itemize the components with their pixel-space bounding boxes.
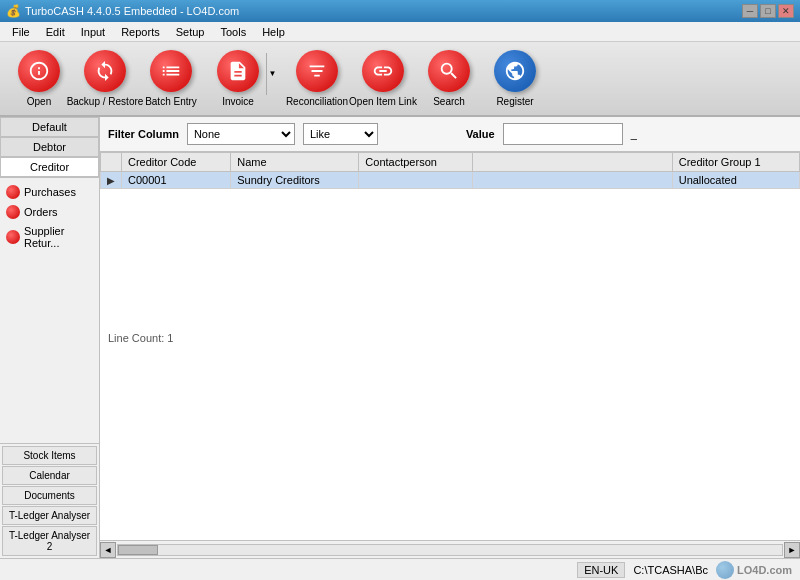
filter-value-input[interactable] xyxy=(503,123,623,145)
purchases-icon xyxy=(6,185,20,199)
line-count-label-area: Line Count: 1 xyxy=(108,332,173,344)
creditor-group-cell: Unallocated xyxy=(672,172,799,189)
menu-file[interactable]: File xyxy=(4,24,38,40)
close-button[interactable]: ✕ xyxy=(778,4,794,18)
maximize-button[interactable]: □ xyxy=(760,4,776,18)
invoice-label: Invoice xyxy=(222,96,254,107)
watermark-text: LO4D.com xyxy=(737,564,792,576)
sidebar-item-supplier-returns[interactable]: Supplier Retur... xyxy=(0,222,99,252)
calendar-button[interactable]: Calendar xyxy=(2,466,97,485)
app-icon: 💰 xyxy=(6,4,21,18)
register-icon xyxy=(494,50,536,92)
status-path: C:\TCASHA\Bc xyxy=(633,564,708,576)
col-creditor-code[interactable]: Creditor Code xyxy=(122,153,231,172)
open-item-link-button[interactable]: Open Item Link xyxy=(352,46,414,111)
sidebar-item-orders[interactable]: Orders xyxy=(0,202,99,222)
filter-value-label: Value xyxy=(466,128,495,140)
col-name[interactable]: Name xyxy=(231,153,359,172)
creditor-extra-cell xyxy=(472,172,672,189)
reconciliation-label: Reconciliation xyxy=(286,96,348,107)
title-bar-controls[interactable]: ─ □ ✕ xyxy=(742,4,794,18)
filter-bar: Filter Column NoneCreditor CodeNameConta… xyxy=(100,117,800,152)
register-label: Register xyxy=(496,96,533,107)
creditor-name-cell: Sundry Creditors xyxy=(231,172,359,189)
row-arrow: ▶ xyxy=(101,172,122,189)
invoice-icon xyxy=(217,50,259,92)
menu-reports[interactable]: Reports xyxy=(113,24,168,40)
tab-default[interactable]: Default xyxy=(0,117,99,137)
invoice-dropdown[interactable]: ▼ xyxy=(266,53,278,95)
col-extra xyxy=(472,153,672,172)
search-icon xyxy=(428,50,470,92)
open-item-link-icon xyxy=(362,50,404,92)
purchases-label: Purchases xyxy=(24,186,76,198)
t-ledger-analyser-button[interactable]: T-Ledger Analyser xyxy=(2,506,97,525)
minimize-button[interactable]: ─ xyxy=(742,4,758,18)
col-arrow xyxy=(101,153,122,172)
supplier-returns-label: Supplier Retur... xyxy=(24,225,93,249)
status-bar: EN-UK C:\TCASHA\Bc LO4D.com xyxy=(0,558,800,580)
stock-items-button[interactable]: Stock Items xyxy=(2,446,97,465)
status-locale: EN-UK xyxy=(577,562,625,578)
open-icon xyxy=(18,50,60,92)
col-contactperson[interactable]: Contactperson xyxy=(359,153,472,172)
open-item-link-label: Open Item Link xyxy=(349,96,417,107)
title-text: TurboCASH 4.4.0.5 Embedded - LO4D.com xyxy=(25,5,239,17)
menu-tools[interactable]: Tools xyxy=(212,24,254,40)
documents-button[interactable]: Documents xyxy=(2,486,97,505)
backup-restore-button[interactable]: Backup / Restore xyxy=(74,46,136,111)
scroll-thumb[interactable] xyxy=(118,545,158,555)
backup-restore-label: Backup / Restore xyxy=(67,96,144,107)
title-bar: 💰 TurboCASH 4.4.0.5 Embedded - LO4D.com … xyxy=(0,0,800,22)
batch-entry-icon xyxy=(150,50,192,92)
menu-edit[interactable]: Edit xyxy=(38,24,73,40)
sidebar-tabs: Default Debtor Creditor xyxy=(0,117,99,178)
filter-column-select[interactable]: NoneCreditor CodeNameContactpersonCredit… xyxy=(187,123,295,145)
table-wrap: Creditor Code Name Contactperson Credito… xyxy=(100,152,800,540)
filter-operator-select[interactable]: Like Equal Not Equal xyxy=(303,123,378,145)
reconciliation-icon xyxy=(296,50,338,92)
scroll-right-button[interactable]: ► xyxy=(784,542,800,558)
sidebar-nav: Purchases Orders Supplier Retur... xyxy=(0,178,99,443)
watermark-globe-icon xyxy=(716,561,734,579)
orders-label: Orders xyxy=(24,206,58,218)
creditor-table: Creditor Code Name Contactperson Credito… xyxy=(100,152,800,189)
sidebar-item-purchases[interactable]: Purchases xyxy=(0,182,99,202)
reconciliation-button[interactable]: Reconciliation xyxy=(286,46,348,111)
col-creditor-group[interactable]: Creditor Group 1 xyxy=(672,153,799,172)
filter-column-label: Filter Column xyxy=(108,128,179,140)
menu-setup[interactable]: Setup xyxy=(168,24,213,40)
menu-help[interactable]: Help xyxy=(254,24,293,40)
search-button[interactable]: Search xyxy=(418,46,480,111)
line-count: Line Count: 1 xyxy=(108,332,173,344)
menu-bar: File Edit Input Reports Setup Tools Help xyxy=(0,22,800,42)
tab-debtor[interactable]: Debtor xyxy=(0,137,99,157)
tab-creditor[interactable]: Creditor xyxy=(0,157,99,177)
filter-dash: _ xyxy=(631,128,637,140)
orders-icon xyxy=(6,205,20,219)
scroll-left-button[interactable]: ◄ xyxy=(100,542,116,558)
creditor-contact-cell xyxy=(359,172,472,189)
scroll-track[interactable] xyxy=(117,544,783,556)
status-right: EN-UK C:\TCASHA\Bc LO4D.com xyxy=(577,561,792,579)
invoice-button[interactable]: Invoice ▼ xyxy=(206,46,282,111)
watermark: LO4D.com xyxy=(716,561,792,579)
sidebar: Default Debtor Creditor Purchases Orders… xyxy=(0,117,100,558)
toolbar: Open Backup / Restore Batch Entry Invoic… xyxy=(0,42,800,117)
search-label: Search xyxy=(433,96,465,107)
table-row[interactable]: ▶ C00001 Sundry Creditors Unallocated xyxy=(101,172,800,189)
register-button[interactable]: Register xyxy=(484,46,546,111)
batch-entry-label: Batch Entry xyxy=(145,96,197,107)
creditor-code-cell: C00001 xyxy=(122,172,231,189)
title-bar-left: 💰 TurboCASH 4.4.0.5 Embedded - LO4D.com xyxy=(6,4,239,18)
main-content: Default Debtor Creditor Purchases Orders… xyxy=(0,117,800,558)
batch-entry-button[interactable]: Batch Entry xyxy=(140,46,202,111)
open-button[interactable]: Open xyxy=(8,46,70,111)
supplier-returns-icon xyxy=(6,230,20,244)
horizontal-scrollbar[interactable]: ◄ ► xyxy=(100,540,800,558)
open-label: Open xyxy=(27,96,51,107)
content-area: Filter Column NoneCreditor CodeNameConta… xyxy=(100,117,800,558)
t-ledger-analyser2-button[interactable]: T-Ledger Analyser 2 xyxy=(2,526,97,556)
menu-input[interactable]: Input xyxy=(73,24,113,40)
sidebar-bottom: Stock Items Calendar Documents T-Ledger … xyxy=(0,443,99,558)
